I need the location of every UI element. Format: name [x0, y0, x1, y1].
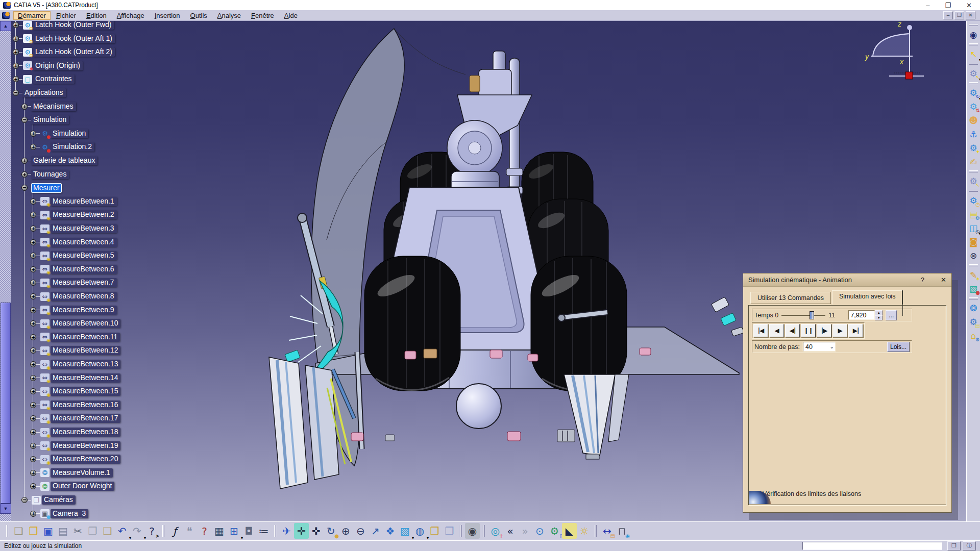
swept-volume-hand-icon[interactable]: ✍	[967, 155, 979, 168]
tree-item-measurebetween-10[interactable]: +⇔◉MeasureBetween.10	[30, 318, 120, 329]
tree-expander[interactable]: +	[13, 22, 19, 28]
normal-view-icon[interactable]: ↗	[368, 523, 383, 539]
compass-plane-handle[interactable]	[905, 72, 913, 79]
tree-item-simulation-2[interactable]: +⚙●Simulation.2	[30, 141, 94, 153]
tree-item-simulation[interactable]: −Simulation	[21, 114, 69, 126]
restore-button[interactable]: ❐	[945, 2, 951, 9]
tree-item-measurebetween-2[interactable]: +⇔◉MeasureBetween.2	[30, 209, 117, 220]
scrollbar-thumb[interactable]	[1, 303, 11, 504]
step-backward-button[interactable]: ◀|	[785, 324, 800, 337]
skip-to-start-button[interactable]: |◀	[753, 324, 768, 337]
tree-item-measurebetween-14[interactable]: +⇔◉MeasureBetween.14	[30, 372, 120, 384]
shade-corner-icon[interactable]: ◣	[562, 523, 577, 539]
tree-expander[interactable]: +	[30, 320, 36, 327]
tree-item-measurebetween-16[interactable]: +⇔◉MeasureBetween.16	[30, 399, 120, 411]
time-slider-thumb[interactable]	[810, 311, 814, 319]
tree-item-camera-3[interactable]: +▣●Camera_3	[30, 508, 88, 519]
tree-item-measurebetween-6[interactable]: +⇔◉MeasureBetween.6	[30, 264, 117, 275]
steps-combo[interactable]: 40 ⌄	[803, 342, 836, 352]
fly-mode-icon[interactable]: ✈	[279, 523, 294, 539]
tree-expander[interactable]: +	[30, 402, 36, 408]
spin-up-button[interactable]: ▲	[875, 310, 883, 315]
simulation-analysis-icon[interactable]: ⊗	[967, 248, 979, 262]
zoom-in-icon[interactable]: ⊕	[338, 523, 353, 539]
right-edge-mechanism[interactable]	[712, 297, 744, 336]
power-input-field[interactable]	[802, 542, 942, 550]
tree-expander[interactable]: +	[30, 415, 36, 421]
catia-menu-logo[interactable]	[2, 12, 10, 19]
iso-view-icon[interactable]: ▧▾	[398, 523, 412, 539]
rules-icon[interactable]: ≔	[256, 523, 271, 539]
tree-item-tournages[interactable]: +Tournages	[21, 169, 69, 180]
hierarchy-icon[interactable]: ⊞▾	[227, 523, 241, 539]
tree-expander[interactable]: +	[30, 293, 36, 299]
toolbar-grip[interactable]	[969, 190, 978, 192]
tree-item-measurebetween-4[interactable]: +⇔◉MeasureBetween.4	[30, 237, 117, 248]
tree-item-measurebetween-17[interactable]: +⇔◉MeasureBetween.17	[30, 413, 120, 424]
play-backward-button[interactable]: ◀	[769, 324, 784, 337]
tree-expander[interactable]: +	[30, 144, 36, 150]
tree-expander[interactable]: +	[30, 347, 36, 354]
mechanism-gear-cursor-icon[interactable]: ⚙↖▾	[967, 66, 979, 80]
fly-globe-icon[interactable]: ◉	[967, 28, 979, 41]
zoom-out-icon[interactable]: ⊖	[353, 523, 368, 539]
tree-expander[interactable]: −	[21, 117, 28, 123]
catia-app-icon[interactable]	[3, 2, 11, 9]
tree-item-measurebetween-8[interactable]: +⇔◉MeasureBetween.8	[30, 291, 117, 302]
minimize-button[interactable]: –	[926, 2, 929, 9]
tree-expander[interactable]: +	[30, 198, 36, 205]
toolbar-grip[interactable]	[969, 264, 978, 266]
scroll-down-button[interactable]: ▼	[0, 504, 11, 514]
tree-expander[interactable]: +	[30, 511, 36, 517]
close-button[interactable]: ✕	[966, 2, 972, 9]
menu-edition[interactable]: Edition	[82, 11, 111, 20]
tree-item-measurebetween-11[interactable]: +⇔◉MeasureBetween.11	[30, 332, 120, 343]
document-restore-button[interactable]: ❐	[954, 11, 964, 19]
tree-expander[interactable]: +	[30, 443, 36, 449]
tree-item-mesurer[interactable]: −Mesurer	[21, 182, 62, 193]
multi-view-icon[interactable]: ❖	[383, 523, 398, 539]
measure-item-icon[interactable]: ⊓◉	[615, 523, 629, 539]
select-arrow-icon[interactable]: ↖▾	[967, 47, 979, 61]
tab-utiliser-13-commandes[interactable]: Utiliser 13 Commandes	[750, 292, 831, 304]
tow-fitting-ball[interactable]	[456, 384, 501, 429]
toolbar-grip[interactable]	[969, 297, 978, 299]
compass[interactable]: z y x	[865, 21, 924, 79]
swept-swirl-icon[interactable]: ❂	[967, 301, 979, 315]
tree-expander[interactable]: +	[30, 131, 36, 137]
door-gears-icon[interactable]: ⚙▯	[547, 523, 562, 539]
tree-expander[interactable]: +	[30, 307, 36, 313]
fit-all-icon[interactable]: ✛	[294, 523, 309, 539]
tree-item-galerie-de-tableaux[interactable]: +Galerie de tableaux	[21, 155, 97, 166]
tree-item-contraintes[interactable]: +▢Contraintes	[13, 73, 75, 85]
time-options-button[interactable]: ...	[886, 310, 897, 320]
3d-viewport[interactable]: z y x +⚙⚙Latch Hook (Outer Fwd)+⚙⚙Latch …	[11, 21, 966, 521]
undo-icon[interactable]: ↶▾	[115, 523, 130, 539]
edit-sequence-icon[interactable]: ▤⚙	[967, 207, 979, 221]
tree-item-measurebetween-18[interactable]: +⇔◉MeasureBetween.18	[30, 427, 120, 438]
tree-item-measurebetween-12[interactable]: +⇔◉MeasureBetween.12	[30, 345, 120, 356]
mechanism-analysis-icon[interactable]: ⚙✦	[967, 141, 979, 155]
tree-expander[interactable]: +	[30, 470, 36, 476]
gear-cursor-icon[interactable]: ⚙↖	[967, 174, 979, 188]
skip-to-end-button[interactable]: ▶|	[848, 324, 863, 337]
paste-icon[interactable]: ❑	[100, 523, 115, 539]
menu-demarrer[interactable]: Démarrer	[13, 11, 51, 20]
tree-expander[interactable]: +	[30, 361, 36, 367]
menu-aide[interactable]: Aide	[280, 11, 302, 20]
pause-button[interactable]: ❙❙	[801, 324, 816, 337]
cut-icon[interactable]: ✂	[70, 523, 85, 539]
rewind-icon[interactable]: «	[503, 523, 518, 539]
dialog-close-button[interactable]: ✕	[941, 276, 946, 284]
toolbar-grip[interactable]	[162, 525, 164, 537]
tree-expander[interactable]: +	[13, 63, 19, 69]
tree-item-measurebetween-15[interactable]: +⇔◉MeasureBetween.15	[30, 386, 120, 397]
tree-item-measurebetween-20[interactable]: +⇔◉MeasureBetween.20	[30, 454, 120, 465]
tree-expander[interactable]: −	[21, 497, 28, 503]
shading-cylinder-icon[interactable]: ◍▾	[412, 523, 427, 539]
toolbar-grip[interactable]	[969, 82, 978, 84]
tree-item-measurebetween-13[interactable]: +⇔◉MeasureBetween.13	[30, 359, 120, 370]
tree-expander[interactable]: +	[30, 456, 36, 462]
menu-fenetre[interactable]: Fenêtre	[247, 11, 279, 20]
menu-affichage[interactable]: Affichage	[112, 11, 149, 20]
